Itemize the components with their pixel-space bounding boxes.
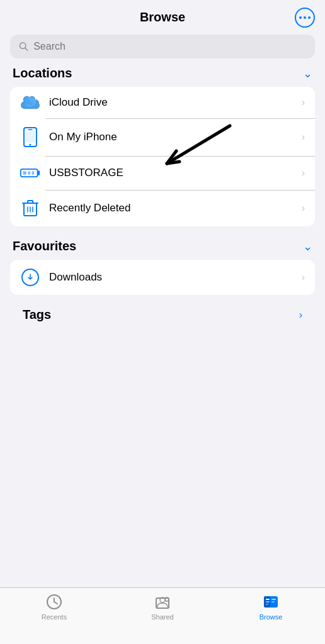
downloads-icon (20, 269, 40, 286)
locations-chevron-icon[interactable]: ⌄ (303, 67, 312, 80)
page-title: Browse (140, 10, 185, 25)
tab-bar: Recents Shared Browse (0, 587, 325, 644)
list-item-on-my-iphone[interactable]: On My iPhone › (10, 118, 315, 156)
usbstorage-label: USBSTORAGE (49, 167, 302, 179)
downloads-chevron-icon: › (302, 272, 305, 283)
list-item-downloads[interactable]: Downloads › (10, 260, 315, 295)
more-options-button[interactable] (295, 8, 315, 28)
svg-rect-28 (266, 604, 268, 605)
header: Browse (0, 0, 325, 30)
icloud-drive-label: iCloud Drive (49, 96, 302, 109)
svg-rect-27 (266, 601, 270, 602)
favourites-section-title: Favourites (13, 239, 76, 253)
search-icon (19, 42, 28, 52)
tab-browse[interactable]: Browse (217, 593, 325, 621)
locations-section: Locations ⌄ iCloud Drive › (10, 66, 315, 226)
usb-storage-icon (20, 165, 40, 181)
favourites-card: Downloads › (10, 260, 315, 295)
search-bar[interactable] (10, 35, 315, 58)
recents-icon (45, 593, 63, 611)
on-my-iphone-label: On My iPhone (49, 131, 302, 143)
list-item-icloud-drive[interactable]: iCloud Drive › (10, 87, 315, 118)
iphone-device-icon (20, 127, 40, 147)
tags-section[interactable]: Tags › (10, 308, 315, 322)
locations-card: iCloud Drive › On My iPhone › (10, 87, 315, 226)
svg-rect-9 (23, 171, 26, 174)
svg-rect-14 (28, 201, 33, 203)
icloud-drive-icon (20, 96, 40, 109)
search-input[interactable] (33, 41, 306, 52)
search-bar-container (0, 30, 325, 66)
usbstorage-chevron-icon: › (302, 167, 305, 179)
favourites-chevron-icon[interactable]: ⌄ (303, 240, 312, 253)
svg-rect-11 (32, 171, 35, 174)
ellipsis-icon (299, 16, 311, 19)
recently-deleted-chevron-icon: › (302, 203, 305, 214)
list-item-recently-deleted[interactable]: Recently Deleted › (10, 190, 315, 226)
tab-recents[interactable]: Recents (0, 593, 108, 621)
svg-rect-8 (38, 170, 40, 175)
svg-line-1 (25, 48, 28, 50)
svg-line-20 (54, 602, 57, 604)
locations-section-title: Locations (13, 66, 72, 80)
tags-chevron-icon: › (299, 309, 302, 321)
svg-rect-30 (271, 601, 275, 602)
tab-shared[interactable]: Shared (108, 593, 217, 621)
recently-deleted-label: Recently Deleted (49, 202, 302, 214)
svg-point-6 (30, 144, 31, 146)
icloud-drive-chevron-icon: › (302, 97, 305, 108)
svg-rect-5 (25, 131, 35, 143)
tab-recents-label: Recents (42, 613, 67, 621)
list-item-usbstorage[interactable]: USBSTORAGE › (10, 156, 315, 190)
downloads-label: Downloads (49, 271, 302, 284)
svg-rect-10 (28, 171, 30, 174)
browse-icon (262, 593, 280, 611)
tags-section-title: Tags (23, 308, 51, 322)
svg-rect-26 (266, 599, 270, 600)
svg-rect-29 (271, 599, 276, 600)
on-my-iphone-chevron-icon: › (302, 131, 305, 143)
svg-rect-4 (28, 130, 33, 131)
favourites-section-header: Favourites ⌄ (10, 239, 315, 253)
tab-browse-label: Browse (259, 613, 283, 621)
trash-icon (20, 199, 40, 218)
locations-section-header: Locations ⌄ (10, 66, 315, 80)
download-circle-icon (21, 269, 39, 286)
favourites-section: Favourites ⌄ Downloads › (10, 239, 315, 295)
shared-icon (154, 593, 171, 611)
tab-shared-label: Shared (151, 613, 173, 621)
